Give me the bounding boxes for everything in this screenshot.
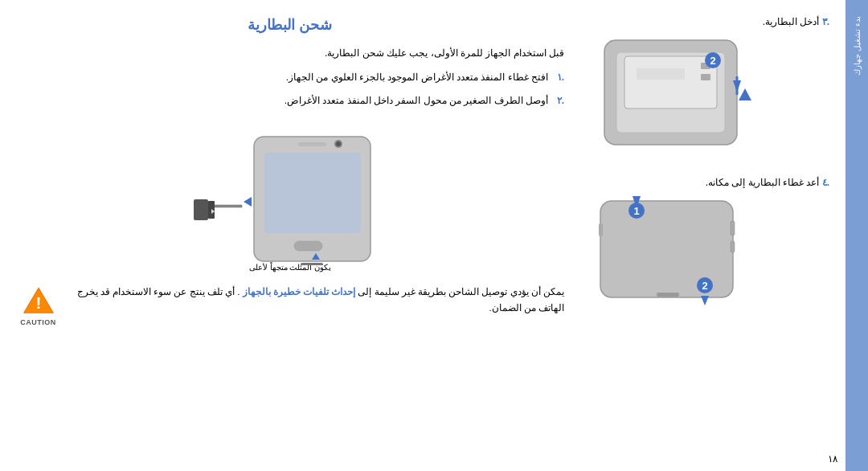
sidebar: بدء تشغيل جهازك xyxy=(845,0,868,471)
caution-icon-block: ! CAUTION xyxy=(16,285,60,326)
svg-rect-17 xyxy=(701,74,710,80)
svg-rect-0 xyxy=(194,199,208,220)
step-2-text: أوصل الطرف الصغير من محول السفر داخل الم… xyxy=(285,92,548,109)
step-4-text: أعد غطاء البطارية إلى مكانه. xyxy=(706,177,820,188)
step-4-label: .٤ أعد غطاء البطارية إلى مكانه. xyxy=(588,177,829,188)
svg-text:2: 2 xyxy=(702,280,707,292)
cover-replace-svg: 1 2 xyxy=(588,193,749,305)
step-1-text: افتح غطاء المنفذ متعدد الأغراض الموجود ب… xyxy=(286,69,548,85)
svg-rect-9 xyxy=(301,263,323,265)
left-section: شحن البطارية قبل استخدام الجهاز للمرة ال… xyxy=(16,16,572,455)
phone-cable-svg xyxy=(194,117,379,265)
svg-rect-5 xyxy=(294,241,322,251)
step-3-text: أدخل البطارية. xyxy=(763,16,820,27)
caution-text: يمكن أن يؤدي توصيل الشاحن بطريقة غير سلي… xyxy=(70,285,564,316)
svg-rect-4 xyxy=(264,153,361,233)
svg-rect-6 xyxy=(298,142,326,146)
svg-point-8 xyxy=(336,141,341,146)
svg-rect-18 xyxy=(637,68,685,80)
phone-illustration: يكون المثلث متجهاً لأعلى xyxy=(16,117,564,272)
step-4-number: .٤ xyxy=(822,177,829,188)
sidebar-text: بدء تشغيل جهازك xyxy=(853,16,862,76)
step-1-number: .١ xyxy=(551,69,564,85)
svg-rect-27 xyxy=(657,293,679,297)
section-title: شحن البطارية xyxy=(16,16,564,34)
battery-insert-svg: 2 xyxy=(588,32,757,161)
phone-svg-container xyxy=(202,117,379,261)
intro-text: قبل استخدام الجهاز للمرة الأولى، يجب علي… xyxy=(16,45,564,61)
caution-bold: إحداث تلفيات خطيرة بالجهاز xyxy=(243,287,356,297)
step-1: .١ افتح غطاء المنفذ متعدد الأغراض الموجو… xyxy=(16,69,564,85)
svg-rect-28 xyxy=(599,223,603,236)
svg-text:!: ! xyxy=(35,294,41,313)
arrow-icon xyxy=(244,197,252,207)
page-container: شحن البطارية قبل استخدام الجهاز للمرة ال… xyxy=(0,0,868,471)
svg-marker-34 xyxy=(701,296,709,305)
step-4-block: .٤ أعد غطاء البطارية إلى مكانه. xyxy=(588,177,829,305)
svg-rect-26 xyxy=(731,241,735,252)
main-content: شحن البطارية قبل استخدام الجهاز للمرة ال… xyxy=(0,0,845,471)
step-3-label: .٣ أدخل البطارية. xyxy=(588,16,829,27)
svg-text:2: 2 xyxy=(710,55,715,67)
page-number: ١٨ xyxy=(828,453,837,465)
step-3-block: .٣ أدخل البطارية. xyxy=(588,16,829,161)
svg-rect-24 xyxy=(600,201,733,297)
caution-icon-svg: ! xyxy=(23,285,55,317)
step-2-number: .٢ xyxy=(551,92,564,109)
step-3-number: .٣ xyxy=(822,16,829,27)
caution-section: يمكن أن يؤدي توصيل الشاحن بطريقة غير سلي… xyxy=(16,285,564,326)
right-section: .٣ أدخل البطارية. xyxy=(572,16,829,455)
step-2: .٢ أوصل الطرف الصغير من محول السفر داخل … xyxy=(16,92,564,109)
svg-rect-25 xyxy=(731,221,735,236)
svg-marker-21 xyxy=(739,88,751,100)
caution-label: CAUTION xyxy=(20,318,56,326)
